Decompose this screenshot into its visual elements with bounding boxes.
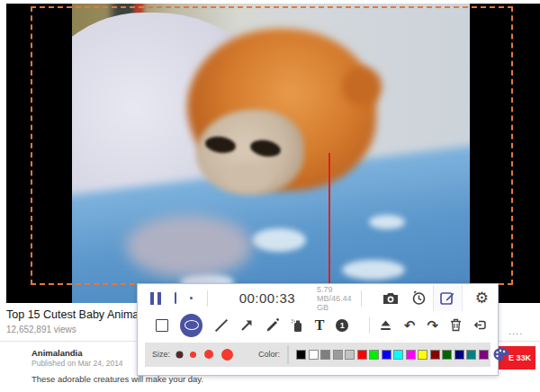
edit-annotate-icon[interactable] — [433, 285, 463, 311]
channel-name[interactable]: Animalandia — [32, 348, 83, 358]
recorder-toolbar: 00:00:33 5.79 MB/46.44 GB ⚙ — [137, 283, 499, 376]
color-swatch[interactable] — [296, 350, 306, 360]
spray-tool[interactable] — [291, 318, 303, 333]
color-swatch[interactable] — [333, 350, 343, 360]
size-dot[interactable] — [204, 350, 213, 359]
arrow-tool[interactable] — [240, 318, 254, 332]
current-color-swatch[interactable] — [287, 345, 289, 364]
color-label: Color: — [258, 350, 280, 359]
color-swatch[interactable] — [418, 350, 428, 360]
color-swatch[interactable] — [454, 350, 464, 360]
color-swatch[interactable] — [479, 350, 489, 360]
exit-edit-icon[interactable] — [473, 318, 487, 332]
minimize-button[interactable] — [190, 297, 192, 299]
red-line-annotation — [328, 153, 330, 283]
custom-palette-icon[interactable] — [492, 347, 510, 361]
settings-gear-icon[interactable]: ⚙ — [475, 290, 489, 306]
size-dot[interactable] — [190, 352, 196, 358]
line-tool[interactable] — [214, 318, 228, 333]
view-count: 12,652,891 views — [6, 325, 76, 334]
color-swatch[interactable] — [357, 350, 367, 360]
color-swatch[interactable] — [466, 350, 476, 360]
recorder-controls-row: 00:00:33 5.79 MB/46.44 GB ⚙ — [138, 284, 498, 312]
color-swatch[interactable] — [309, 350, 319, 360]
divider — [369, 317, 370, 334]
publish-date: Published on Mar 24, 2014 — [32, 359, 123, 368]
size-dot[interactable] — [221, 349, 233, 361]
number-step-tool[interactable]: 1 — [336, 319, 347, 332]
storage-indicator: 5.79 MB/46.44 GB — [317, 285, 352, 312]
screenshot-camera-icon[interactable] — [382, 292, 399, 305]
app-screenshot: Top 15 Cutest Baby Animals 12,652,891 vi… — [0, 0, 540, 392]
color-swatch[interactable] — [442, 350, 452, 360]
recording-timer: 00:00:33 — [239, 290, 295, 306]
more-menu[interactable]: .... — [508, 325, 523, 336]
stop-button[interactable] — [175, 292, 176, 304]
size-dots — [177, 349, 233, 361]
clear-canvas-icon[interactable] — [379, 319, 392, 332]
ellipse-tool-selected[interactable] — [180, 314, 202, 337]
schedule-clock-icon[interactable] — [411, 290, 427, 306]
color-swatch[interactable] — [345, 350, 355, 360]
trash-icon[interactable] — [450, 318, 462, 332]
text-tool[interactable]: T — [315, 318, 325, 333]
color-swatch[interactable] — [430, 350, 440, 360]
color-swatch[interactable] — [393, 350, 403, 360]
annotation-tools-row: T 1 ↶ ↷ — [138, 312, 498, 338]
color-swatch[interactable] — [406, 350, 416, 360]
pencil-tool[interactable] — [266, 318, 279, 332]
rectangle-tool[interactable] — [156, 319, 168, 332]
size-dot[interactable] — [177, 352, 182, 357]
style-bar: Size: Color: — [145, 343, 490, 367]
color-swatch[interactable] — [320, 350, 330, 360]
undo-icon[interactable]: ↶ — [404, 318, 416, 332]
redo-icon[interactable]: ↷ — [427, 318, 438, 332]
capture-region-border[interactable] — [31, 6, 513, 285]
video-title: Top 15 Cutest Baby Animals — [6, 308, 147, 321]
size-label: Size: — [152, 350, 170, 359]
color-palette-swatches — [296, 350, 489, 360]
color-swatch[interactable] — [382, 350, 392, 360]
pause-button[interactable] — [150, 292, 161, 305]
color-swatch[interactable] — [369, 350, 379, 360]
